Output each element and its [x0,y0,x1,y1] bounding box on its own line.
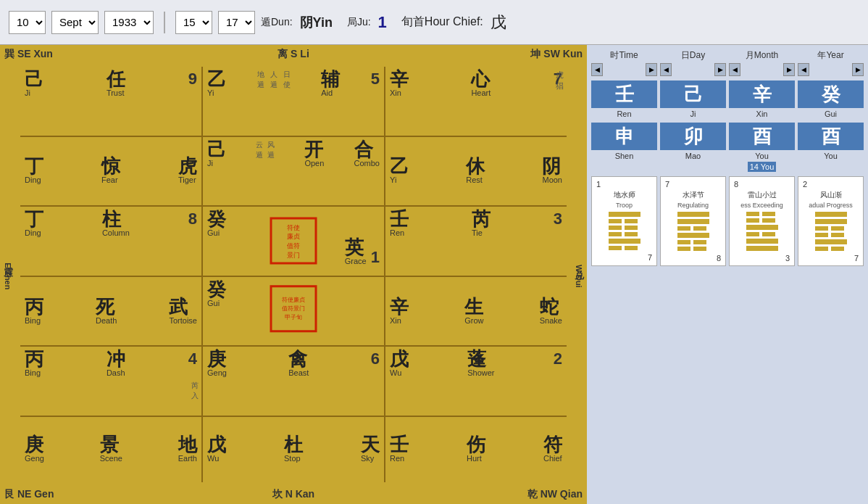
time-columns-header: 时Time ◀ ▶ 日Day ◀ ▶ 月Month ◀ ▶ [591,49,864,76]
branch-label-3: You [824,152,838,160]
hexagram-1: 7 水泽节 Regulating 8 [660,176,726,266]
stems-row: 壬 Ren 己 Ji 辛 Xin 癸 Gui [591,80,864,118]
stem-3: 癸 [798,80,864,108]
chief-label: 旬首Hour Chief: [401,15,483,30]
branch-month: 酉 You 14 You [729,123,795,172]
year-nav: ◀ ▶ [798,63,864,76]
month-header: 月Month [746,49,778,62]
dir-top-center: 离 S Li [277,48,309,61]
left-panel: 巽 SE Xun 离 S Li 坤 SW Kun 艮 NE Gen 坎 N Ka… [0,45,587,504]
month-select[interactable]: Sept [51,11,99,34]
annot-rui: 芮 入 [191,381,199,401]
branch-1: 卯 [660,123,726,150]
time-nav: ◀ ▶ [591,63,657,76]
day-next-btn[interactable]: ▶ [714,63,726,76]
hour2-select-group: 17 [218,11,255,34]
cell-2-1: 癸 Gui 符使 廉贞 值符 景门 英 Grace 1 [203,207,384,276]
time-next-btn[interactable]: ▶ [646,63,657,76]
stem-label-3: Gui [825,110,837,118]
stem-1: 己 [660,80,726,108]
dir-mid-left: 震 E Zhen [0,258,16,291]
cell-1-2: 乙 Yi 休 Rest 阴 Moon [385,137,567,206]
hexagram-3: 2 风山渐 adual Progress 7 [798,176,864,266]
time-col-header-3: 年Year ◀ ▶ [798,49,864,76]
grid: 己 Ji 任 Trust 9 乙 Yi [20,67,567,482]
cell-3-1: 癸 Gui 符使廉贞 值符景门 甲子旬 [203,277,384,346]
month-nav: ◀ ▶ [729,63,795,76]
main-area: 巽 SE Xun 离 S Li 坤 SW Kun 艮 NE Gen 坎 N Ka… [0,45,868,504]
toolbar-divider [164,12,165,33]
dir-bottom-left: 艮 NE Gen [4,488,54,501]
branch-year: 酉 You [798,123,864,172]
stamp: 符使 廉贞 值符 景门 [270,218,317,265]
branch-label-0: Shen [615,152,634,160]
stem-month: 辛 Xin [729,80,795,118]
hour1-select-group: 15 [175,11,212,34]
cell-0-1: 乙 Yi 地 人 日 遁 遁 使 [203,67,384,136]
dir-mid-right: 兑 W Dui [571,260,587,289]
stem-year: 癸 Gui [798,80,864,118]
branch-day: 卯 Mao [660,123,726,172]
stem-label-1: Ji [690,110,696,118]
day-header: 日Day [681,49,705,62]
day-select[interactable]: 10 [9,11,46,34]
dun-label: 遁Dun: [261,16,293,29]
year-select-group: 1933 [104,11,154,34]
year-prev-btn[interactable]: ◀ [798,63,809,76]
stem-0: 壬 [591,80,657,108]
right-panel: 时Time ◀ ▶ 日Day ◀ ▶ 月Month ◀ ▶ [587,45,868,504]
cell-4-2: 戊 Wu 蓬 Shower 2 [385,347,567,416]
branch-3: 酉 [798,123,864,150]
chief-value: 戊 [491,12,506,33]
dun-value: 阴Yin [300,14,333,31]
time-col-header-2: 月Month ◀ ▶ [729,49,795,76]
hexagram-row: 1 地水师 Troop 7 7 水泽节 Regulating [591,176,864,266]
cell-4-0: 丙 Bing 冲 Dash 4 芮 入 [20,347,201,416]
ju-value: 1 [378,13,387,32]
cell-3-2: 辛 Xin 生 Grow 蛇 Snake [385,277,567,346]
cell-5-2: 壬 Ren 伤 Hurt 符 Chief [385,417,567,482]
year-header: 年Year [817,49,843,62]
stem-day: 己 Ji [660,80,726,118]
dir-bottom-center: 坎 N Kan [272,488,314,501]
cell-5-0: 庚 Geng 景 Scene 地 Earth [20,417,201,482]
toolbar: 10 Sept 1933 15 17 遁Dun: 阴Yin 局Ju: 1 旬首H… [0,0,868,45]
cell-2-2: 壬 Ren 芮 Tie 3 [385,207,567,276]
stem-label-0: Ren [617,110,631,118]
day-select-group: 10 [9,11,46,34]
day-nav: ◀ ▶ [660,63,726,76]
branch-label-2: You [755,152,769,160]
branch-0: 申 [591,123,657,150]
branch-2: 酉 [729,123,795,150]
cell-3-0: 丙 Bing 死 Death 武 Tortoise [20,277,201,346]
cell-5-1: 戊 Wu 杜 Stop 天 Sky [203,417,384,482]
cell-2-0: 丁 Ding 柱 Column 8 [20,207,201,276]
dir-top-right: 坤 SW Kun [530,48,583,61]
cell-4-1: 庚 Geng 禽 Beast 6 [203,347,384,416]
cell-1-1: 己 Ji 云 风 遁 遁 开 [203,137,384,206]
day-prev-btn[interactable]: ◀ [660,63,672,76]
center-stamp: 符使廉贞 值符景门 甲子旬 [270,285,317,332]
branches-row: 申 Shen 卯 Mao 酉 You 14 You 酉 You [591,123,864,172]
hexagram-0: 1 地水师 Troop 7 [591,176,657,266]
hour2-select[interactable]: 17 [218,11,255,34]
stem-time: 壬 Ren [591,80,657,118]
year-next-btn[interactable]: ▶ [852,63,864,76]
dir-bottom-right: 乾 NW Qian [527,488,583,501]
month-select-group: Sept [51,11,99,34]
month-prev-btn[interactable]: ◀ [729,63,740,76]
time-prev-btn[interactable]: ◀ [591,63,603,76]
stem-2: 辛 [729,80,795,108]
time-col-header-0: 时Time ◀ ▶ [591,49,657,76]
branch-label-1: Mao [685,152,701,160]
hexagram-2: 8 雷山小过 ess Exceeding 3 [729,176,795,266]
year-select[interactable]: 1933 [104,11,154,34]
cell-1-0: 丁 Ding 惊 Fear 虎 Tiger [20,137,201,206]
ju-label: 局Ju: [347,16,371,29]
hour1-select[interactable]: 15 [175,11,212,34]
branch-time: 申 Shen [591,123,657,172]
time-header: 时Time [610,49,638,62]
time-col-header-1: 日Day ◀ ▶ [660,49,726,76]
month-next-btn[interactable]: ▶ [783,63,795,76]
stem-label-2: Xin [756,110,768,118]
